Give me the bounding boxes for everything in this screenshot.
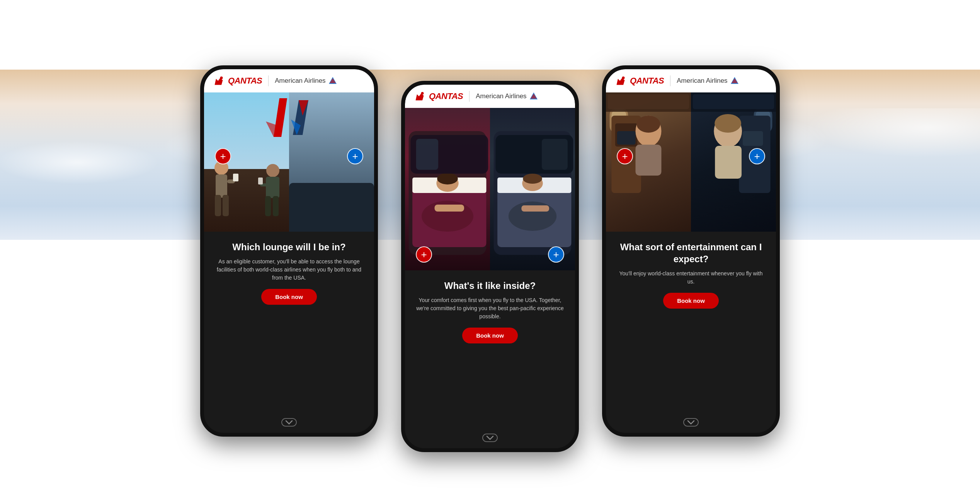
qantas-logo-center: QANTAS [413,91,463,102]
phones-container: QANTAS American Airlines [0,0,980,502]
svg-rect-17 [258,178,263,184]
phone-center-content: What's it like inside? Your comfort come… [405,270,575,430]
phone-left-header: QANTAS American Airlines [204,69,374,92]
phone-left-scroll [204,415,374,433]
phone-right-body: You'll enjoy world-class entertainment w… [617,270,765,286]
svg-rect-14 [265,196,271,216]
plus-btn-red-center[interactable]: + [416,246,432,263]
phone-right-question: What sort of entertainment can I expect? [617,241,765,265]
svg-point-12 [266,164,279,177]
svg-point-22 [421,92,424,95]
seats-right [691,92,776,232]
svg-rect-9 [223,195,229,216]
plus-btn-blue-left-top[interactable]: + [347,148,363,164]
qantas-logo-left: QANTAS [212,75,262,86]
svg-marker-21 [416,94,424,101]
qantas-text-left: QANTAS [228,76,262,86]
aa-icon-left [328,76,337,85]
svg-rect-64 [715,146,742,179]
svg-marker-24 [531,94,537,99]
phone-center-header: QANTAS American Airlines [405,85,575,108]
aa-text-center: American Airlines [476,92,526,100]
scroll-chevron-center [482,434,498,442]
logo-divider-left [268,75,269,86]
svg-rect-60 [693,94,774,109]
svg-rect-33 [416,139,438,170]
qantas-logo-right: QANTAS [614,75,664,86]
qantas-text-right: QANTAS [630,76,664,86]
scroll-chevron-left [281,418,297,427]
aa-logo-right: American Airlines [677,76,739,85]
svg-rect-13 [266,177,279,198]
svg-marker-46 [732,78,738,83]
phone-right-header: QANTAS American Airlines [606,69,776,92]
svg-point-44 [622,77,625,79]
aa-logo-left: American Airlines [275,76,337,85]
logo-divider-center [469,91,470,102]
phone-right-book-btn[interactable]: Book now [663,293,719,309]
qantas-kangaroo-icon [212,75,226,86]
svg-rect-65 [743,131,763,146]
bed-pod-right [490,108,575,270]
aa-icon-right [730,76,739,85]
qantas-text-center: QANTAS [429,91,463,101]
aa-text-left: American Airlines [275,77,325,85]
phone-center-question: What's it like inside? [416,280,564,292]
plus-btn-red-left-top[interactable]: + [215,148,231,164]
svg-rect-11 [233,174,238,181]
phone-right: QANTAS American Airlines [602,65,780,437]
qantas-tail-left [266,98,287,137]
qantas-kangaroo-icon-center [413,91,427,102]
svg-rect-55 [636,145,662,176]
svg-point-38 [523,174,542,184]
phone-left-body: As an eligible customer, you'll be able … [215,258,363,282]
center-left-image [405,108,490,270]
scroll-chevron-right [683,418,699,427]
svg-rect-50 [608,94,689,109]
plus-btn-blue-center[interactable]: + [548,246,564,263]
phone-right-image: + + [606,92,776,232]
svg-marker-3 [330,78,336,83]
phone-right-scroll [606,415,776,433]
phone-left: QANTAS American Airlines [200,65,378,437]
svg-rect-42 [542,139,568,170]
svg-point-63 [715,114,741,133]
right-phone-right-image [691,92,776,232]
center-right-image [490,108,575,270]
person-figure-1 [208,158,239,220]
svg-marker-43 [617,78,625,85]
left-image-qantas [204,92,289,232]
plus-btn-red-right-top[interactable]: + [617,148,633,164]
svg-rect-7 [216,174,227,198]
svg-rect-56 [617,131,636,145]
phone-right-content: What sort of entertainment can I expect?… [606,232,776,415]
svg-rect-31 [435,205,464,212]
phone-center: QANTAS American Airlines [401,81,579,452]
aa-tail-right [291,100,310,135]
right-image-aa [289,92,374,232]
phone-left-book-btn[interactable]: Book now [261,289,317,305]
aa-icon-center [529,92,538,101]
svg-rect-40 [521,205,549,212]
aa-text-right: American Airlines [677,77,727,85]
svg-point-29 [437,173,458,184]
phone-left-content: Which lounge will I be in? As an eligibl… [204,232,374,415]
aa-logo-center: American Airlines [476,92,538,101]
person-figure-2 [258,162,287,220]
svg-rect-8 [215,195,221,216]
qantas-kangaroo-icon-right [614,75,628,86]
seats-left [606,92,691,232]
svg-marker-4 [274,98,287,137]
phone-center-body: Your comfort comes first when you fly to… [416,296,564,321]
phone-left-image: + + [204,92,374,232]
phone-left-question: Which lounge will I be in? [215,241,363,253]
phone-center-scroll [405,430,575,448]
svg-marker-0 [215,78,223,85]
plus-btn-blue-right-top[interactable]: + [749,148,765,164]
phone-center-image: + + [405,108,575,270]
svg-point-54 [636,116,660,133]
phone-center-book-btn[interactable]: Book now [462,328,518,343]
right-phone-left-image [606,92,691,232]
svg-rect-15 [273,196,279,216]
svg-point-1 [220,77,223,79]
